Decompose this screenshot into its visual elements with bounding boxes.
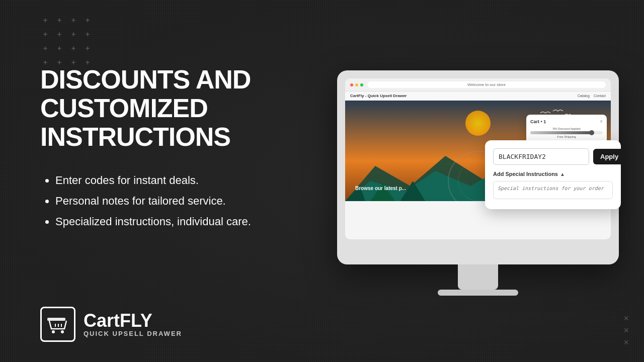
maximize-dot [360,83,363,86]
nav-contact: Contact [594,94,606,98]
chevron-up-icon: ▲ [560,171,565,177]
monitor-mockup: Welcome to our store CartFly - Quick Ups… [337,70,619,296]
page-title: DISCOUNTS AND CUSTOMIZED INSTRUCTIONS [40,65,322,152]
plus-grid-decoration: + + + + + + + + + + + + + + + + [40,15,93,67]
cart-title: Cart • 1 [530,119,546,124]
browser-url-bar: Welcome to our store [367,81,606,88]
list-item: Specialized instructions, individual car… [55,213,322,230]
cart-header: Cart • 1 × [530,119,603,124]
svg-rect-0 [47,318,65,321]
cart-icon [46,313,69,336]
hero-overlay-text: Browse our latest p... [355,186,406,191]
logo-icon [40,307,75,342]
monitor-base [438,290,518,296]
nav-catalog: Catalog [578,94,590,98]
store-name: CartFly - Quick Upsell Drawer [350,94,407,98]
svg-point-1 [52,330,55,333]
browser-dots [350,83,363,86]
list-item: Enter codes for instant deals. [55,172,322,189]
features-list: Enter codes for instant deals. Personal … [40,172,322,230]
brand-subtitle: QUICK UPSELL DRAWER [84,330,182,337]
apply-button[interactable]: Apply [593,149,625,164]
store-header: CartFly - Quick Upsell Drawer Catalog Co… [345,92,611,101]
progress-thumb [589,130,594,135]
store-nav: Catalog Contact [578,94,606,98]
cart-close-icon[interactable]: × [600,119,603,124]
progress-section: 5% Discount Applied Free Shipping [530,127,603,138]
left-content-area: DISCOUNTS AND CUSTOMIZED INSTRUCTIONS En… [40,65,322,255]
special-instructions-toggle[interactable]: Add Special Instructions ▲ [493,171,613,177]
hero-moon [465,111,491,136]
list-item: Personal notes for tailored service. [55,193,322,209]
discount-popup: Apply Add Special Instructions ▲ [485,140,621,209]
monitor-frame: Welcome to our store CartFly - Quick Ups… [337,70,619,264]
brand-name: CartFLY [84,312,182,330]
discount-code-row: Apply [493,148,613,165]
minimize-dot [355,83,358,86]
close-dot [350,83,353,86]
svg-point-2 [61,330,64,333]
instructions-label: Add Special Instructions [493,171,558,177]
progress-bar [530,131,603,134]
logo-text: CartFLY QUICK UPSELL DRAWER [84,312,182,337]
monitor-stand [458,264,498,290]
free-shipping-label: Free Shipping [530,135,603,138]
browser-chrome: Welcome to our store [345,78,611,92]
logo-area: CartFLY QUICK UPSELL DRAWER [40,307,182,342]
special-instructions-textarea[interactable] [493,181,613,199]
x-grid-decoration: × × × [623,314,629,347]
discount-code-input[interactable] [493,148,589,165]
progress-fill [530,131,592,134]
